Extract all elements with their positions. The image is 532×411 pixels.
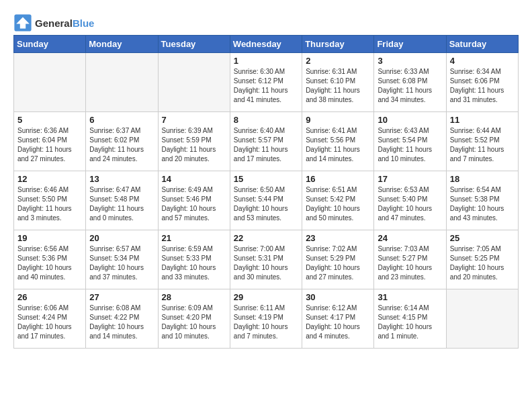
day-number: 15 bbox=[234, 174, 298, 184]
day-info: Sunrise: 6:54 AM Sunset: 5:38 PM Dayligh… bbox=[450, 185, 515, 223]
calendar-cell: 14Sunrise: 6:49 AM Sunset: 5:46 PM Dayli… bbox=[158, 171, 230, 230]
day-number: 28 bbox=[162, 292, 226, 302]
weekday-header-sunday: Sunday bbox=[14, 36, 86, 53]
calendar-cell: 8Sunrise: 6:40 AM Sunset: 5:57 PM Daylig… bbox=[230, 112, 302, 171]
day-number: 17 bbox=[378, 174, 442, 184]
day-info: Sunrise: 6:12 AM Sunset: 4:17 PM Dayligh… bbox=[306, 304, 370, 341]
day-info: Sunrise: 6:06 AM Sunset: 4:24 PM Dayligh… bbox=[17, 304, 82, 341]
day-number: 8 bbox=[234, 115, 298, 125]
day-info: Sunrise: 6:39 AM Sunset: 5:59 PM Dayligh… bbox=[162, 126, 226, 164]
calendar-cell: 26Sunrise: 6:06 AM Sunset: 4:24 PM Dayli… bbox=[14, 289, 86, 349]
calendar-cell: 19Sunrise: 6:56 AM Sunset: 5:36 PM Dayli… bbox=[14, 230, 86, 289]
day-number: 24 bbox=[378, 233, 442, 243]
calendar-cell: 23Sunrise: 7:02 AM Sunset: 5:29 PM Dayli… bbox=[302, 230, 374, 289]
calendar-cell: 2Sunrise: 6:31 AM Sunset: 6:10 PM Daylig… bbox=[302, 53, 374, 112]
day-number: 23 bbox=[306, 233, 370, 243]
calendar-cell: 1Sunrise: 6:30 AM Sunset: 6:12 PM Daylig… bbox=[230, 53, 302, 112]
day-info: Sunrise: 7:00 AM Sunset: 5:31 PM Dayligh… bbox=[234, 244, 298, 282]
calendar-cell: 10Sunrise: 6:43 AM Sunset: 5:54 PM Dayli… bbox=[374, 112, 446, 171]
calendar-cell: 29Sunrise: 6:11 AM Sunset: 4:19 PM Dayli… bbox=[230, 289, 302, 349]
day-info: Sunrise: 6:50 AM Sunset: 5:44 PM Dayligh… bbox=[234, 185, 298, 223]
calendar-cell bbox=[446, 289, 518, 349]
day-info: Sunrise: 6:49 AM Sunset: 5:46 PM Dayligh… bbox=[162, 185, 226, 223]
day-number: 14 bbox=[162, 174, 226, 184]
day-number: 22 bbox=[234, 233, 298, 243]
logo: GeneralBlue bbox=[13, 13, 94, 32]
day-info: Sunrise: 6:44 AM Sunset: 5:52 PM Dayligh… bbox=[450, 126, 515, 164]
logo-icon bbox=[13, 13, 32, 32]
day-info: Sunrise: 6:47 AM Sunset: 5:48 PM Dayligh… bbox=[89, 185, 154, 223]
calendar: SundayMondayTuesdayWednesdayThursdayFrid… bbox=[13, 35, 519, 349]
calendar-cell: 9Sunrise: 6:41 AM Sunset: 5:56 PM Daylig… bbox=[302, 112, 374, 171]
day-number: 30 bbox=[306, 292, 370, 302]
weekday-header-tuesday: Tuesday bbox=[158, 36, 230, 53]
day-info: Sunrise: 6:14 AM Sunset: 4:15 PM Dayligh… bbox=[378, 304, 442, 341]
calendar-cell: 18Sunrise: 6:54 AM Sunset: 5:38 PM Dayli… bbox=[446, 171, 518, 230]
day-number: 1 bbox=[234, 56, 298, 66]
calendar-cell: 17Sunrise: 6:53 AM Sunset: 5:40 PM Dayli… bbox=[374, 171, 446, 230]
day-info: Sunrise: 6:11 AM Sunset: 4:19 PM Dayligh… bbox=[234, 304, 298, 341]
day-info: Sunrise: 7:03 AM Sunset: 5:27 PM Dayligh… bbox=[378, 244, 442, 282]
logo-text: GeneralBlue bbox=[35, 17, 94, 29]
day-number: 26 bbox=[17, 292, 82, 302]
day-number: 4 bbox=[450, 56, 515, 66]
calendar-cell: 27Sunrise: 6:08 AM Sunset: 4:22 PM Dayli… bbox=[86, 289, 158, 349]
day-info: Sunrise: 6:57 AM Sunset: 5:34 PM Dayligh… bbox=[89, 244, 154, 282]
day-info: Sunrise: 6:40 AM Sunset: 5:57 PM Dayligh… bbox=[234, 126, 298, 164]
calendar-cell bbox=[158, 53, 230, 112]
day-number: 21 bbox=[162, 233, 226, 243]
day-number: 18 bbox=[450, 174, 515, 184]
calendar-cell: 31Sunrise: 6:14 AM Sunset: 4:15 PM Dayli… bbox=[374, 289, 446, 349]
calendar-cell: 16Sunrise: 6:51 AM Sunset: 5:42 PM Dayli… bbox=[302, 171, 374, 230]
calendar-cell: 21Sunrise: 6:59 AM Sunset: 5:33 PM Dayli… bbox=[158, 230, 230, 289]
calendar-cell: 7Sunrise: 6:39 AM Sunset: 5:59 PM Daylig… bbox=[158, 112, 230, 171]
weekday-header-monday: Monday bbox=[86, 36, 158, 53]
day-number: 6 bbox=[89, 115, 154, 125]
day-number: 31 bbox=[378, 292, 442, 302]
day-info: Sunrise: 6:46 AM Sunset: 5:50 PM Dayligh… bbox=[17, 185, 82, 223]
day-info: Sunrise: 6:59 AM Sunset: 5:33 PM Dayligh… bbox=[162, 244, 226, 282]
calendar-cell: 4Sunrise: 6:34 AM Sunset: 6:06 PM Daylig… bbox=[446, 53, 518, 112]
calendar-cell: 6Sunrise: 6:37 AM Sunset: 6:02 PM Daylig… bbox=[86, 112, 158, 171]
day-number: 5 bbox=[17, 115, 82, 125]
weekday-header-friday: Friday bbox=[374, 36, 446, 53]
day-info: Sunrise: 6:09 AM Sunset: 4:20 PM Dayligh… bbox=[162, 304, 226, 341]
calendar-cell: 12Sunrise: 6:46 AM Sunset: 5:50 PM Dayli… bbox=[14, 171, 86, 230]
calendar-cell: 22Sunrise: 7:00 AM Sunset: 5:31 PM Dayli… bbox=[230, 230, 302, 289]
day-number: 20 bbox=[89, 233, 154, 243]
weekday-header-wednesday: Wednesday bbox=[230, 36, 302, 53]
calendar-cell: 28Sunrise: 6:09 AM Sunset: 4:20 PM Dayli… bbox=[158, 289, 230, 349]
day-info: Sunrise: 7:02 AM Sunset: 5:29 PM Dayligh… bbox=[306, 244, 370, 282]
calendar-cell: 20Sunrise: 6:57 AM Sunset: 5:34 PM Dayli… bbox=[86, 230, 158, 289]
calendar-cell: 5Sunrise: 6:36 AM Sunset: 6:04 PM Daylig… bbox=[14, 112, 86, 171]
day-number: 10 bbox=[378, 115, 442, 125]
calendar-cell: 25Sunrise: 7:05 AM Sunset: 5:25 PM Dayli… bbox=[446, 230, 518, 289]
day-info: Sunrise: 6:41 AM Sunset: 5:56 PM Dayligh… bbox=[306, 126, 370, 164]
day-info: Sunrise: 6:31 AM Sunset: 6:10 PM Dayligh… bbox=[306, 67, 370, 105]
day-number: 19 bbox=[17, 233, 82, 243]
calendar-cell: 30Sunrise: 6:12 AM Sunset: 4:17 PM Dayli… bbox=[302, 289, 374, 349]
calendar-cell: 3Sunrise: 6:33 AM Sunset: 6:08 PM Daylig… bbox=[374, 53, 446, 112]
day-info: Sunrise: 6:33 AM Sunset: 6:08 PM Dayligh… bbox=[378, 67, 442, 105]
day-info: Sunrise: 6:56 AM Sunset: 5:36 PM Dayligh… bbox=[17, 244, 82, 282]
day-info: Sunrise: 6:37 AM Sunset: 6:02 PM Dayligh… bbox=[89, 126, 154, 164]
day-number: 13 bbox=[89, 174, 154, 184]
day-info: Sunrise: 6:08 AM Sunset: 4:22 PM Dayligh… bbox=[89, 304, 154, 341]
day-number: 7 bbox=[162, 115, 226, 125]
day-number: 2 bbox=[306, 56, 370, 66]
day-info: Sunrise: 7:05 AM Sunset: 5:25 PM Dayligh… bbox=[450, 244, 515, 282]
day-number: 25 bbox=[450, 233, 515, 243]
calendar-cell: 24Sunrise: 7:03 AM Sunset: 5:27 PM Dayli… bbox=[374, 230, 446, 289]
calendar-cell: 11Sunrise: 6:44 AM Sunset: 5:52 PM Dayli… bbox=[446, 112, 518, 171]
day-info: Sunrise: 6:53 AM Sunset: 5:40 PM Dayligh… bbox=[378, 185, 442, 223]
day-number: 9 bbox=[306, 115, 370, 125]
day-info: Sunrise: 6:51 AM Sunset: 5:42 PM Dayligh… bbox=[306, 185, 370, 223]
day-number: 12 bbox=[17, 174, 82, 184]
weekday-header-saturday: Saturday bbox=[446, 36, 518, 53]
calendar-cell: 15Sunrise: 6:50 AM Sunset: 5:44 PM Dayli… bbox=[230, 171, 302, 230]
day-info: Sunrise: 6:36 AM Sunset: 6:04 PM Dayligh… bbox=[17, 126, 82, 164]
day-number: 29 bbox=[234, 292, 298, 302]
day-info: Sunrise: 6:34 AM Sunset: 6:06 PM Dayligh… bbox=[450, 67, 515, 105]
calendar-cell bbox=[86, 53, 158, 112]
day-info: Sunrise: 6:30 AM Sunset: 6:12 PM Dayligh… bbox=[234, 67, 298, 105]
